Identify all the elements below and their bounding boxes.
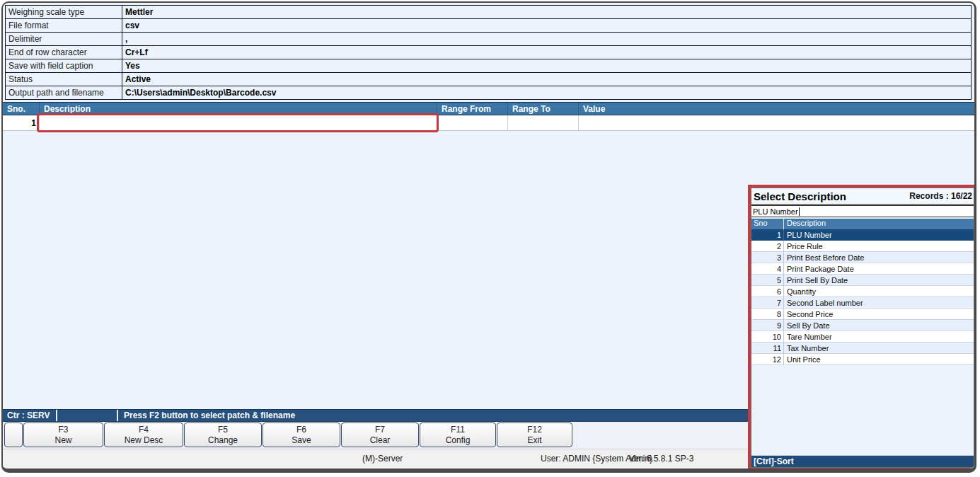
config-label: Output path and filename xyxy=(6,86,122,100)
config-value[interactable]: , xyxy=(122,33,972,46)
button-key: F4 xyxy=(139,425,149,435)
button-key: F3 xyxy=(58,425,68,435)
button-label: Change xyxy=(208,435,238,446)
f5-change-button[interactable]: F5 Change xyxy=(184,423,262,447)
row1-range-from-cell[interactable] xyxy=(437,115,508,130)
description-search-input[interactable]: PLU Number xyxy=(751,205,974,217)
config-value[interactable]: csv xyxy=(122,19,972,33)
row1-description-cell[interactable] xyxy=(40,115,437,130)
button-key: F6 xyxy=(296,425,306,435)
config-value[interactable]: Mettler xyxy=(122,6,972,19)
config-label: Delimiter xyxy=(6,33,122,46)
records-counter: Records : 16/22 xyxy=(909,191,972,201)
button-label: Save xyxy=(292,435,311,446)
column-header-value: Value xyxy=(579,103,975,115)
item-desc: Print Sell By Date xyxy=(784,275,974,285)
status-message: Press F2 button to select patch & filena… xyxy=(118,410,295,420)
status-divider xyxy=(56,410,57,421)
list-item[interactable]: 7 Second Label number xyxy=(751,297,974,309)
item-desc: Second Label number xyxy=(784,297,974,308)
item-sno: 4 xyxy=(751,263,784,274)
item-sno: 2 xyxy=(751,241,784,251)
list-item[interactable]: 8 Second Price xyxy=(751,309,974,320)
item-sno: 8 xyxy=(751,309,784,319)
item-sno: 1 xyxy=(751,229,784,240)
version-label: Ver: 6.5.8.1 SP-3 xyxy=(629,454,693,464)
item-sno: 11 xyxy=(751,343,784,353)
table-row: Weighing scale type Mettler xyxy=(6,6,972,19)
list-item[interactable]: 2 Price Rule xyxy=(751,241,974,252)
config-label: File format xyxy=(6,19,122,33)
f3-new-button[interactable]: F3 New xyxy=(23,423,103,447)
scale-config-table: Weighing scale type Mettler File format … xyxy=(5,5,972,100)
column-header-range-to: Range To xyxy=(508,103,579,115)
item-sno: 10 xyxy=(751,331,784,342)
item-sno: 9 xyxy=(751,320,784,331)
table-row: Delimiter , xyxy=(6,33,972,46)
status-counter: Ctr : SERV xyxy=(3,410,56,420)
config-value[interactable]: Cr+Lf xyxy=(122,46,972,59)
button-key: F7 xyxy=(375,425,385,435)
item-sno: 7 xyxy=(751,297,784,308)
item-desc: Unit Price xyxy=(784,354,974,364)
table-row: Save with field caption Yes xyxy=(6,59,972,73)
list-item[interactable]: 9 Sell By Date xyxy=(751,320,974,331)
popup-column-sno: Sno xyxy=(751,219,784,229)
item-desc: Tare Number xyxy=(784,331,974,342)
row1-value-cell[interactable] xyxy=(579,115,975,130)
item-desc: PLU Number xyxy=(784,229,974,240)
f4-new-desc-button[interactable]: F4 New Desc xyxy=(104,423,183,447)
list-item[interactable]: 3 Print Best Before Date xyxy=(751,252,974,263)
grid-header: Sno. Description Range From Range To Val… xyxy=(3,102,975,115)
app-window: Weighing scale type Mettler File format … xyxy=(1,1,976,473)
button-key: F11 xyxy=(451,425,465,435)
list-item[interactable]: 10 Tare Number xyxy=(751,331,974,343)
f12-exit-button[interactable]: F12 Exit xyxy=(497,423,572,447)
popup-title: Select Description xyxy=(754,190,846,202)
list-item[interactable]: 4 Print Package Date xyxy=(751,263,974,275)
item-sno: 12 xyxy=(751,354,784,364)
popup-title-bar: Select Description Records : 16/22 xyxy=(751,188,974,204)
config-value[interactable]: Active xyxy=(122,73,972,86)
list-item[interactable]: 5 Print Sell By Date xyxy=(751,275,974,286)
button-label: Exit xyxy=(527,435,541,446)
item-desc: Price Rule xyxy=(784,241,974,251)
f7-clear-button[interactable]: F7 Clear xyxy=(341,423,419,447)
list-item[interactable]: 11 Tax Number xyxy=(751,343,974,354)
config-value[interactable]: Yes xyxy=(122,59,972,73)
config-label: End of row character xyxy=(6,46,122,59)
item-desc: Print Package Date xyxy=(784,263,974,274)
table-row: End of row character Cr+Lf xyxy=(6,46,972,59)
item-sno: 5 xyxy=(751,275,784,285)
column-header-range-from: Range From xyxy=(437,103,508,115)
button-label: New Desc xyxy=(125,435,163,446)
table-row: Output path and filename C:\Users\admin\… xyxy=(6,86,972,100)
button-label: Clear xyxy=(370,435,391,446)
search-input-value: PLU Number xyxy=(753,207,798,216)
popup-sort-hint: [Ctrl]-Sort xyxy=(751,455,974,467)
popup-inner: Select Description Records : 16/22 PLU N… xyxy=(751,188,974,468)
column-header-description: Description xyxy=(40,103,437,115)
f6-save-button[interactable]: F6 Save xyxy=(263,423,340,447)
f11-config-button[interactable]: F11 Config xyxy=(420,423,496,447)
config-value[interactable]: C:\Users\admin\Desktop\Barcode.csv xyxy=(122,86,972,100)
list-item[interactable]: 6 Quantity xyxy=(751,286,974,297)
grid-row-1[interactable]: 1 xyxy=(3,115,975,131)
button-label: Config xyxy=(446,435,471,446)
item-sno: 6 xyxy=(751,286,784,297)
popup-column-description: Description xyxy=(784,219,974,229)
list-item[interactable]: 1 PLU Number xyxy=(751,229,974,241)
table-row: Status Active xyxy=(6,73,972,86)
config-label: Save with field caption xyxy=(6,59,122,73)
text-cursor xyxy=(799,207,800,216)
row1-range-to-cell[interactable] xyxy=(508,115,579,130)
config-label: Weighing scale type xyxy=(6,6,122,19)
popup-list-header: Sno Description xyxy=(751,219,974,229)
blank-button[interactable] xyxy=(4,423,23,447)
item-desc: Quantity xyxy=(784,286,974,297)
list-item[interactable]: 12 Unit Price xyxy=(751,354,974,365)
server-label: (M)-Server xyxy=(362,454,403,464)
column-header-sno: Sno. xyxy=(3,103,40,115)
config-label: Status xyxy=(6,73,122,86)
status-bar: Ctr : SERV Press F2 button to select pat… xyxy=(3,409,749,422)
